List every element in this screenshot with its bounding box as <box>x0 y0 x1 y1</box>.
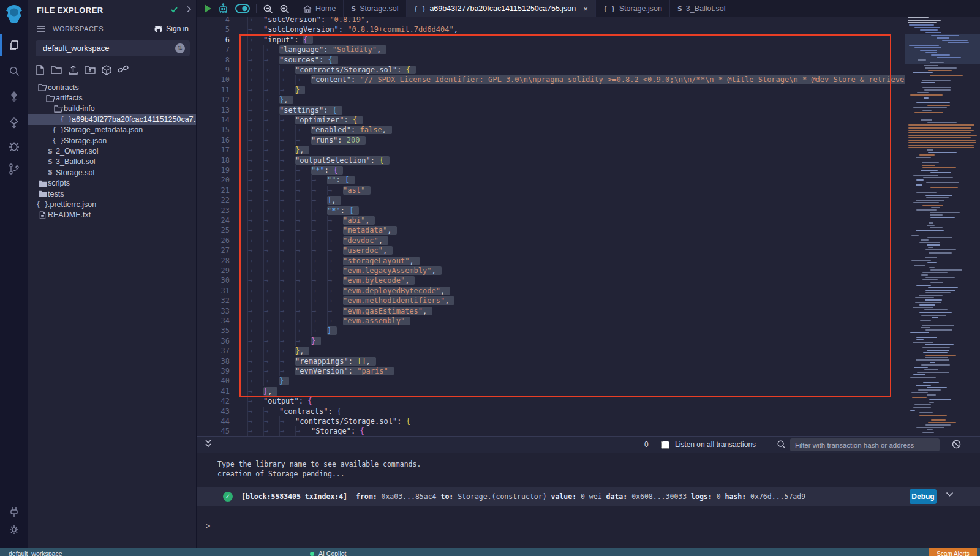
code-editor[interactable]: 4→"solcVersion": "0.8.19",5→"solcLongVer… <box>197 17 980 436</box>
file-tree-item[interactable]: README.txt <box>28 210 196 220</box>
zoom-out-icon[interactable] <box>263 4 273 14</box>
code-line[interactable]: →→→→→→"evm.deployedBytecode", <box>247 286 450 296</box>
code-line[interactable]: →→"settings": { <box>247 105 342 115</box>
scam-alerts-badge[interactable]: Scam Alerts <box>929 548 977 556</box>
workspaces-menu-icon[interactable] <box>37 25 46 32</box>
tab-buildinfo-json[interactable]: { } a69b43f277ba20fcac141151250ca755.jso… <box>407 0 596 17</box>
debugger-icon[interactable] <box>0 137 28 156</box>
file-explorer-icon[interactable] <box>0 36 28 54</box>
settings-gear-icon[interactable] <box>0 520 28 539</box>
code-line[interactable]: →→→→} <box>247 336 321 346</box>
tab-storage-json[interactable]: { } Storage.json <box>596 0 670 17</box>
file-tree-item[interactable]: { }Storage_metadata.json <box>28 125 196 135</box>
code-line[interactable]: →→→→→→"evm.bytecode", <box>247 276 415 285</box>
file-tree-item[interactable]: tests <box>28 189 196 199</box>
tab-storage-sol[interactable]: S Storage.sol <box>344 0 406 17</box>
statusbar-workspace[interactable]: default_workspace <box>9 550 62 556</box>
code-line[interactable]: →→→→"*": { <box>247 165 343 175</box>
sign-in-button[interactable]: Sign in <box>154 24 189 33</box>
ai-toggle-icon[interactable] <box>235 4 250 13</box>
code-line[interactable]: →"input": { <box>247 35 313 45</box>
transaction-filter-input[interactable] <box>790 438 940 451</box>
deploy-run-icon[interactable] <box>0 113 28 132</box>
code-line[interactable]: →→→"optimizer": { <box>247 115 363 125</box>
code-line[interactable]: →→"contracts": { <box>247 407 341 416</box>
run-script-icon[interactable] <box>205 4 211 13</box>
code-line[interactable]: →→→→→], <box>247 195 341 205</box>
code-line[interactable]: →→→"contracts/Storage.sol": { <box>247 416 410 426</box>
file-tree-item[interactable]: SStorage.sol <box>28 167 196 178</box>
file-tree-item[interactable]: S2_Owner.sol <box>28 146 196 156</box>
file-tree-item[interactable]: artifacts <box>28 92 196 103</box>
code-line[interactable]: →→→"outputSelection": { <box>247 156 390 165</box>
new-folder-icon[interactable] <box>51 65 62 76</box>
new-file-icon[interactable] <box>36 65 45 76</box>
file-tree-item[interactable]: contracts <box>28 82 196 92</box>
code-line[interactable]: →→→"evmVersion": "paris" <box>247 366 394 376</box>
file-tree-item[interactable]: S3_Ballot.sol <box>28 157 196 167</box>
code-line[interactable]: →→→→→"": [ <box>247 175 355 185</box>
clear-console-icon[interactable] <box>952 440 961 449</box>
minimap-line <box>919 312 952 313</box>
code-line[interactable]: →→→} <box>247 85 305 95</box>
code-line[interactable]: →→→→"enabled": false, <box>247 125 392 135</box>
code-line[interactable]: →→→→→→"metadata", <box>247 225 397 235</box>
code-line[interactable]: →→→"remappings": [], <box>247 356 376 366</box>
code-line[interactable]: →→→→→→"storageLayout", <box>247 256 420 266</box>
collapse-terminal-icon[interactable] <box>205 439 212 449</box>
tab-ballot-sol[interactable]: S 3_Ballot.sol <box>670 0 734 17</box>
code-line[interactable]: →→} <box>247 376 289 386</box>
statusbar-copilot[interactable]: AI Copilot <box>318 550 347 556</box>
close-tab-icon[interactable]: × <box>583 4 588 13</box>
code-line[interactable]: →→→→→→"userdoc", <box>247 246 393 255</box>
code-line[interactable]: →→→→"Storage": { <box>247 426 364 436</box>
code-line[interactable]: →→→→→] <box>247 326 337 336</box>
upload-file-icon[interactable] <box>68 65 78 76</box>
minimap-line <box>923 352 948 353</box>
file-tree-item[interactable]: build-info <box>28 103 196 114</box>
workspace-select[interactable]: default_workspace ⇅ <box>36 40 190 56</box>
code-line[interactable]: →}, <box>247 386 277 396</box>
code-line[interactable]: →"solcLongVersion": "0.8.19+commit.7dd6d… <box>247 24 458 34</box>
minimap-line <box>925 292 951 293</box>
code-line[interactable]: →→→→→"*": [ <box>247 206 359 216</box>
code-line[interactable]: →→→→→→"abi", <box>247 216 375 225</box>
debug-button[interactable]: Debug <box>910 489 937 504</box>
code-line[interactable]: →→→→→→"evm.legacyAssembly", <box>247 266 442 276</box>
panel-expand-icon[interactable] <box>186 6 192 13</box>
expand-tx-icon[interactable] <box>946 492 954 497</box>
code-line[interactable]: →→"language": "Solidity", <box>247 45 386 54</box>
link-icon[interactable] <box>118 65 129 76</box>
file-tree-item[interactable]: { }Storage.json <box>28 135 196 146</box>
terminal-prompt[interactable]: > <box>206 522 210 530</box>
plugin-manager-icon[interactable] <box>0 503 28 521</box>
code-line[interactable]: →→"sources": { <box>247 55 338 65</box>
tab-home[interactable]: Home <box>296 0 344 17</box>
code-line[interactable]: →→}, <box>247 95 293 105</box>
minimap[interactable] <box>905 17 980 436</box>
ai-assistant-icon[interactable] <box>217 3 229 15</box>
code-line[interactable]: →→→→→→"evm.assembly" <box>247 316 410 326</box>
code-line[interactable]: →→→}, <box>247 145 309 155</box>
code-line[interactable]: →→→→→→"devdoc", <box>247 236 388 246</box>
code-line[interactable]: →"solcVersion": "0.8.19", <box>247 17 369 24</box>
file-tree-item[interactable]: { }.prettierrc.json <box>28 199 196 209</box>
file-tree-item[interactable]: { }a69b43f277ba20fcac141151250ca7... <box>28 114 196 124</box>
code-line[interactable]: →"output": { <box>247 396 312 406</box>
transaction-row[interactable]: ✓ [block:5583405 txIndex:4] from: 0xa03.… <box>197 487 980 506</box>
code-line[interactable]: →→→→→→"ast" <box>247 186 371 195</box>
solidity-compiler-icon[interactable] <box>0 88 28 106</box>
git-icon[interactable] <box>0 160 28 178</box>
listen-all-transactions-checkbox[interactable] <box>662 441 669 449</box>
code-line[interactable]: →→→→"content": "// SPDX-License-Identifi… <box>247 75 905 85</box>
code-line[interactable]: →→→→→→"evm.gasEstimates", <box>247 306 432 316</box>
code-line[interactable]: →→→}, <box>247 346 309 356</box>
file-tree-item[interactable]: scripts <box>28 178 196 189</box>
code-line[interactable]: →→→→→→"evm.methodIdentifiers", <box>247 296 454 306</box>
zoom-in-icon[interactable] <box>279 4 290 14</box>
code-line[interactable]: →→→→"runs": 200 <box>247 135 366 145</box>
ipfs-box-icon[interactable] <box>102 65 111 76</box>
search-icon[interactable] <box>0 62 28 80</box>
upload-folder-icon[interactable] <box>85 65 96 76</box>
code-line[interactable]: →→→"contracts/Storage.sol": { <box>247 65 416 75</box>
